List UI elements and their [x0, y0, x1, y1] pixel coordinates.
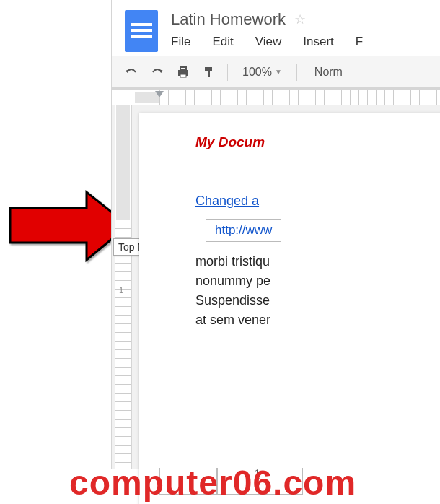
zoom-select[interactable]: 100% ▼: [238, 66, 286, 79]
watermark: computer06.com: [69, 463, 356, 503]
body-line: Suspendisse: [195, 291, 440, 310]
body-line: morbi tristiqu: [195, 252, 440, 271]
svg-rect-3: [205, 67, 212, 71]
editor-area: 1 ↑↓ Top Margin My Docum Changed a http:…: [112, 105, 440, 469]
body-text[interactable]: morbi tristiqu nonummy pe Suspendisse at…: [195, 252, 440, 330]
v-ruler-number: 1: [119, 286, 123, 295]
zoom-value: 100%: [242, 66, 272, 79]
print-button[interactable]: [175, 64, 191, 80]
svg-rect-1: [180, 67, 186, 70]
style-value-partial: Norm: [314, 66, 343, 78]
h-ruler-ticks: [159, 90, 440, 105]
paint-format-button[interactable]: [201, 64, 217, 80]
svg-rect-4: [208, 71, 210, 77]
vertical-ruler[interactable]: 1: [115, 105, 132, 469]
url-box[interactable]: http://www: [206, 219, 281, 242]
body-line: at sem vener: [195, 310, 440, 330]
doc-title-row: Latin Homework ☆: [171, 10, 440, 29]
redo-button[interactable]: [149, 64, 165, 80]
body-line: nonummy pe: [195, 271, 440, 291]
document-page[interactable]: My Docum Changed a http://www morbi tris…: [139, 113, 440, 504]
caret-down-icon: ▼: [275, 68, 282, 76]
header: Latin Homework ☆ File Edit View Insert F: [112, 0, 440, 56]
horizontal-ruler[interactable]: [112, 90, 440, 105]
menu-insert[interactable]: Insert: [303, 35, 334, 49]
undo-button[interactable]: [123, 64, 139, 80]
first-line-indent-marker-icon[interactable]: [155, 91, 164, 97]
svg-rect-2: [180, 74, 186, 77]
star-icon[interactable]: ☆: [294, 12, 306, 27]
menu-format-partial[interactable]: F: [356, 35, 363, 49]
document-title[interactable]: Latin Homework: [171, 10, 286, 29]
menu-file[interactable]: File: [171, 35, 190, 49]
v-ruler-ticks: [115, 220, 131, 469]
link-heading[interactable]: Changed a: [195, 194, 440, 209]
app-window: Latin Homework ☆ File Edit View Insert F…: [111, 0, 440, 469]
menubar: File Edit View Insert F: [171, 35, 440, 49]
toolbar-separator: [296, 64, 297, 81]
v-ruler-margin-shade: [116, 105, 130, 220]
toolbar-separator: [227, 64, 228, 81]
menu-view[interactable]: View: [255, 35, 282, 49]
toolbar: 100% ▼ Norm: [112, 56, 440, 90]
paragraph-style-select[interactable]: Norm: [307, 66, 343, 79]
docs-product-icon[interactable]: [125, 10, 158, 52]
document-heading[interactable]: My Docum: [195, 134, 440, 150]
menu-edit[interactable]: Edit: [212, 35, 233, 49]
